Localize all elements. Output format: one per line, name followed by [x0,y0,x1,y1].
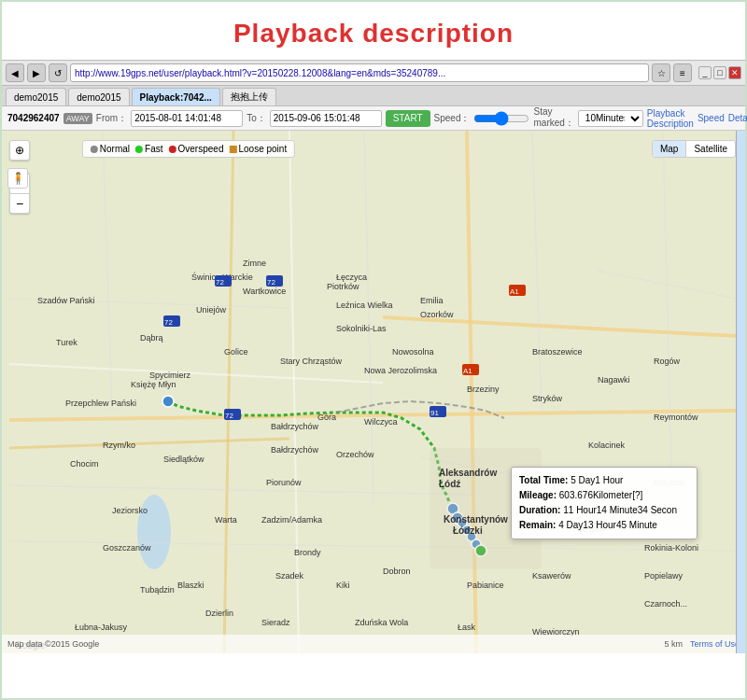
to-label: To： [247,112,266,125]
mileage-row: Mileage: 603.676Kilometer[?] [519,488,689,503]
start-button[interactable]: START [386,110,430,127]
total-time-row: Total Time: 5 Day1 Hour [519,473,689,488]
minimize-btn[interactable]: _ [698,66,712,79]
svg-text:Emilia: Emilia [420,296,444,305]
svg-text:Orzechów: Orzechów [336,450,374,459]
svg-text:Sokolniki-Las: Sokolniki-Las [336,324,387,333]
svg-text:72: 72 [267,278,275,287]
svg-text:Łódzki: Łódzki [453,525,483,536]
svg-text:Ozorków: Ozorków [420,310,454,319]
stay-marked-select[interactable]: 10Minutes 5Minutes 30Minutes [578,110,643,127]
speed-slider[interactable] [473,112,529,125]
svg-text:Łubna-Jakusy: Łubna-Jakusy [75,623,128,632]
address-bar[interactable]: http://www.19gps.net/user/playback.html?… [70,63,649,82]
svg-text:72: 72 [225,412,233,420]
svg-text:Warta: Warta [215,515,237,525]
svg-text:Przepchlew Pański: Przepchlew Pański [65,399,136,408]
svg-text:Szadów Pański: Szadów Pański [37,296,95,305]
map-container[interactable]: Turek Siedlątków Aleksandrów Łódź Konsta… [2,131,745,653]
toolbar: 7042962407 AWAY From： To： START Speed： S… [2,106,745,131]
svg-text:Konstantynów: Konstantynów [444,514,508,525]
svg-text:Zduńska Wola: Zduńska Wola [355,618,408,627]
forward-btn[interactable]: ▶ [27,63,46,82]
svg-text:Ksawerów: Ksawerów [532,571,571,581]
page-title: Playback description [2,2,745,60]
svg-text:Nowosolna: Nowosolna [392,347,434,357]
tab-demo2015-2[interactable]: demo2015 [68,88,129,105]
maximize-btn[interactable]: □ [713,66,726,79]
svg-text:Goszczanów: Goszczanów [103,543,151,553]
back-btn[interactable]: ◀ [6,63,24,82]
from-label: From： [96,112,127,125]
pegman-btn[interactable]: 🧍 [7,168,28,189]
tab-upload[interactable]: 抱抱上传 [222,88,276,105]
copyright-text: Map data ©2015 Google [7,639,99,649]
svg-text:Piorunów: Piorunów [266,478,302,487]
browser-chrome: ◀ ▶ ↺ http://www.19gps.net/user/playback… [2,60,745,86]
map-type-satellite-btn[interactable]: Satellite [686,141,735,157]
svg-text:Stary Chrząstów: Stary Chrząstów [280,357,343,366]
svg-text:Łęczyca: Łęczyca [336,273,367,282]
svg-text:Wartkowice: Wartkowice [243,287,286,296]
svg-text:Sieradz: Sieradz [261,618,290,627]
svg-text:Łódź: Łódź [439,479,460,489]
svg-text:Pabianice: Pabianice [467,581,504,590]
svg-text:A1: A1 [463,367,472,375]
map-type-map-btn[interactable]: Map [653,141,686,157]
svg-text:Dąbrą: Dąbrą [140,333,163,343]
svg-text:Aleksandrów: Aleksandrów [439,468,497,478]
svg-text:Popielawy: Popielawy [644,571,684,581]
svg-text:Księżę Młyn: Księżę Młyn [131,380,176,389]
svg-text:Turek: Turek [56,338,78,347]
compass-btn[interactable]: ⊕ [9,140,30,161]
svg-text:Tubądzin: Tubądzin [140,585,175,595]
svg-text:Golice: Golice [224,347,248,357]
svg-text:Zimne: Zimne [243,259,266,268]
svg-text:Rogów: Rogów [654,357,681,366]
map-controls: ⊕ [9,140,30,161]
svg-text:Bałdrzychów: Bałdrzychów [271,422,319,431]
zoom-out-btn[interactable]: − [9,193,30,214]
info-popup: Total Time: 5 Day1 Hour Mileage: 603.676… [511,467,698,539]
terms-link[interactable]: Terms of Use [690,639,740,649]
svg-text:Bałdrzychów: Bałdrzychów [271,445,319,455]
device-tag: AWAY [63,113,92,124]
scale-label: 5 km [664,639,683,649]
tab-playback[interactable]: Playback:7042... [132,88,220,105]
svg-text:Blaszki: Blaszki [177,581,204,590]
svg-text:Kolacinek: Kolacinek [588,441,626,450]
map-bottom-bar: Map data ©2015 Google 5 km Terms of Use [2,635,745,653]
menu-btn[interactable]: ≡ [673,63,692,82]
from-input[interactable] [131,110,243,127]
svg-text:A1: A1 [510,287,519,296]
svg-text:Leźnica Wielka: Leźnica Wielka [336,301,393,310]
tab-demo2015-1[interactable]: demo2015 [6,88,66,105]
url-text: http://www.19gps.net/user/playback.html?… [75,68,445,78]
legend-loose: Loose point [229,144,287,154]
close-btn[interactable]: ✕ [728,66,741,79]
svg-text:Stryków: Stryków [532,394,563,403]
map-svg: Turek Siedlątków Aleksandrów Łódź Konsta… [2,131,745,653]
svg-text:Reymontów: Reymontów [654,413,698,422]
svg-text:Jeziorsko: Jeziorsko [112,506,148,515]
remain-row: Remain: 4 Day13 Hour45 Minute [519,518,689,533]
svg-text:Wilczyca: Wilczyca [364,417,398,427]
refresh-btn[interactable]: ↺ [49,63,67,82]
svg-text:72: 72 [164,318,173,327]
svg-text:Brondy: Brondy [294,548,321,557]
svg-text:Kiki: Kiki [336,581,350,590]
duration-row: Duration: 11 Hour14 Minute34 Secon [519,503,689,518]
star-btn[interactable]: ☆ [652,63,670,82]
speed-tab[interactable]: Speed [698,113,725,123]
svg-text:Chocim: Chocim [70,459,99,469]
detail-tab[interactable]: Detail [728,113,747,123]
svg-text:Spycimierz: Spycimierz [149,371,191,380]
svg-rect-0 [9,131,738,653]
svg-text:Rokinia-Koloni: Rokinia-Koloni [644,543,698,553]
to-input[interactable] [270,110,382,127]
tab-bar: demo2015 demo2015 Playback:7042... 抱抱上传 [2,86,745,106]
svg-text:Brzeziny: Brzeziny [467,385,500,394]
svg-text:Nowa Jerozolimska: Nowa Jerozolimska [364,366,437,375]
svg-text:91: 91 [430,409,439,417]
svg-text:Siedlątków: Siedlątków [163,455,204,464]
